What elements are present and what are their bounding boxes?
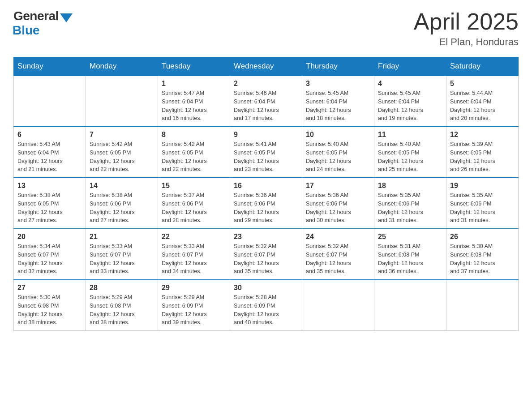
calendar-day-cell: 29Sunrise: 5:29 AM Sunset: 6:09 PM Dayli… — [158, 280, 230, 331]
calendar-header-row: SundayMondayTuesdayWednesdayThursdayFrid… — [14, 57, 519, 76]
day-number: 13 — [17, 182, 82, 190]
day-info: Sunrise: 5:40 AM Sunset: 6:05 PM Dayligh… — [306, 140, 370, 174]
day-number: 18 — [378, 182, 442, 190]
calendar-day-cell: 23Sunrise: 5:32 AM Sunset: 6:07 PM Dayli… — [230, 229, 302, 280]
day-number: 22 — [162, 233, 226, 241]
day-number: 2 — [234, 80, 298, 88]
day-number: 7 — [90, 131, 154, 139]
calendar-day-cell: 14Sunrise: 5:38 AM Sunset: 6:06 PM Dayli… — [86, 178, 158, 229]
calendar-day-cell: 6Sunrise: 5:43 AM Sunset: 6:04 PM Daylig… — [14, 127, 86, 178]
calendar-day-cell — [302, 280, 374, 331]
day-info: Sunrise: 5:29 AM Sunset: 6:09 PM Dayligh… — [162, 293, 226, 327]
calendar-day-cell: 21Sunrise: 5:33 AM Sunset: 6:07 PM Dayli… — [86, 229, 158, 280]
day-info: Sunrise: 5:34 AM Sunset: 6:07 PM Dayligh… — [17, 242, 82, 276]
calendar-day-cell: 12Sunrise: 5:39 AM Sunset: 6:05 PM Dayli… — [446, 127, 519, 178]
day-number: 1 — [162, 80, 226, 88]
calendar-day-cell: 22Sunrise: 5:33 AM Sunset: 6:07 PM Dayli… — [158, 229, 230, 280]
calendar-day-cell: 9Sunrise: 5:41 AM Sunset: 6:05 PM Daylig… — [230, 127, 302, 178]
calendar-day-cell: 24Sunrise: 5:32 AM Sunset: 6:07 PM Dayli… — [302, 229, 374, 280]
day-number: 14 — [90, 182, 154, 190]
calendar-day-cell: 11Sunrise: 5:40 AM Sunset: 6:05 PM Dayli… — [374, 127, 446, 178]
day-number: 27 — [17, 284, 82, 292]
calendar-day-cell: 20Sunrise: 5:34 AM Sunset: 6:07 PM Dayli… — [14, 229, 86, 280]
day-info: Sunrise: 5:30 AM Sunset: 6:08 PM Dayligh… — [17, 293, 82, 327]
day-info: Sunrise: 5:31 AM Sunset: 6:08 PM Dayligh… — [378, 242, 442, 276]
day-info: Sunrise: 5:38 AM Sunset: 6:06 PM Dayligh… — [90, 191, 154, 225]
day-info: Sunrise: 5:32 AM Sunset: 6:07 PM Dayligh… — [306, 242, 370, 276]
calendar-day-cell: 8Sunrise: 5:42 AM Sunset: 6:05 PM Daylig… — [158, 127, 230, 178]
calendar-day-cell: 18Sunrise: 5:35 AM Sunset: 6:06 PM Dayli… — [374, 178, 446, 229]
day-info: Sunrise: 5:47 AM Sunset: 6:04 PM Dayligh… — [162, 89, 226, 123]
calendar-day-cell: 15Sunrise: 5:37 AM Sunset: 6:06 PM Dayli… — [158, 178, 230, 229]
calendar-week-row: 13Sunrise: 5:38 AM Sunset: 6:05 PM Dayli… — [14, 178, 519, 229]
day-number: 29 — [162, 284, 226, 292]
calendar-day-cell: 13Sunrise: 5:38 AM Sunset: 6:05 PM Dayli… — [14, 178, 86, 229]
day-number: 9 — [234, 131, 298, 139]
day-number: 10 — [306, 131, 370, 139]
location-subtitle: El Plan, Honduras — [414, 36, 519, 48]
day-info: Sunrise: 5:45 AM Sunset: 6:04 PM Dayligh… — [306, 89, 370, 123]
day-info: Sunrise: 5:45 AM Sunset: 6:04 PM Dayligh… — [378, 89, 442, 123]
day-of-week-header: Thursday — [302, 57, 374, 76]
calendar-week-row: 1Sunrise: 5:47 AM Sunset: 6:04 PM Daylig… — [14, 76, 519, 127]
day-number: 30 — [234, 284, 298, 292]
day-number: 16 — [234, 182, 298, 190]
calendar-day-cell — [14, 76, 86, 127]
day-of-week-header: Friday — [374, 57, 446, 76]
day-info: Sunrise: 5:30 AM Sunset: 6:08 PM Dayligh… — [450, 242, 515, 276]
page-header: General Blue April 2025 El Plan, Hondura… — [13, 9, 519, 48]
day-of-week-header: Wednesday — [230, 57, 302, 76]
day-of-week-header: Saturday — [446, 57, 519, 76]
calendar-day-cell: 1Sunrise: 5:47 AM Sunset: 6:04 PM Daylig… — [158, 76, 230, 127]
calendar-day-cell — [86, 76, 158, 127]
calendar-table: SundayMondayTuesdayWednesdayThursdayFrid… — [13, 57, 519, 331]
day-info: Sunrise: 5:37 AM Sunset: 6:06 PM Dayligh… — [162, 191, 226, 225]
day-number: 5 — [450, 80, 515, 88]
day-number: 15 — [162, 182, 226, 190]
day-info: Sunrise: 5:35 AM Sunset: 6:06 PM Dayligh… — [450, 191, 515, 225]
calendar-day-cell — [446, 280, 519, 331]
day-of-week-header: Monday — [86, 57, 158, 76]
day-number: 20 — [17, 233, 82, 241]
calendar-day-cell: 3Sunrise: 5:45 AM Sunset: 6:04 PM Daylig… — [302, 76, 374, 127]
day-info: Sunrise: 5:28 AM Sunset: 6:09 PM Dayligh… — [234, 293, 298, 327]
day-number: 26 — [450, 233, 515, 241]
day-number: 4 — [378, 80, 442, 88]
day-number: 21 — [90, 233, 154, 241]
day-number: 12 — [450, 131, 515, 139]
day-number: 6 — [17, 131, 82, 139]
calendar-day-cell: 16Sunrise: 5:36 AM Sunset: 6:06 PM Dayli… — [230, 178, 302, 229]
calendar-day-cell: 28Sunrise: 5:29 AM Sunset: 6:08 PM Dayli… — [86, 280, 158, 331]
day-number: 17 — [306, 182, 370, 190]
calendar-day-cell: 2Sunrise: 5:46 AM Sunset: 6:04 PM Daylig… — [230, 76, 302, 127]
day-number: 25 — [378, 233, 442, 241]
day-info: Sunrise: 5:46 AM Sunset: 6:04 PM Dayligh… — [234, 89, 298, 123]
title-section: April 2025 El Plan, Honduras — [414, 9, 519, 48]
calendar-day-cell: 25Sunrise: 5:31 AM Sunset: 6:08 PM Dayli… — [374, 229, 446, 280]
day-info: Sunrise: 5:39 AM Sunset: 6:05 PM Dayligh… — [450, 140, 515, 174]
calendar-week-row: 20Sunrise: 5:34 AM Sunset: 6:07 PM Dayli… — [14, 229, 519, 280]
day-number: 3 — [306, 80, 370, 88]
day-info: Sunrise: 5:38 AM Sunset: 6:05 PM Dayligh… — [17, 191, 82, 225]
day-info: Sunrise: 5:32 AM Sunset: 6:07 PM Dayligh… — [234, 242, 298, 276]
calendar-week-row: 6Sunrise: 5:43 AM Sunset: 6:04 PM Daylig… — [14, 127, 519, 178]
day-number: 24 — [306, 233, 370, 241]
day-number: 28 — [90, 284, 154, 292]
calendar-day-cell: 10Sunrise: 5:40 AM Sunset: 6:05 PM Dayli… — [302, 127, 374, 178]
day-info: Sunrise: 5:40 AM Sunset: 6:05 PM Dayligh… — [378, 140, 442, 174]
day-info: Sunrise: 5:35 AM Sunset: 6:06 PM Dayligh… — [378, 191, 442, 225]
day-info: Sunrise: 5:36 AM Sunset: 6:06 PM Dayligh… — [234, 191, 298, 225]
calendar-day-cell: 19Sunrise: 5:35 AM Sunset: 6:06 PM Dayli… — [446, 178, 519, 229]
day-number: 11 — [378, 131, 442, 139]
logo-general-text: General — [13, 9, 59, 23]
logo: General Blue — [13, 9, 73, 38]
day-info: Sunrise: 5:42 AM Sunset: 6:05 PM Dayligh… — [162, 140, 226, 174]
day-number: 8 — [162, 131, 226, 139]
day-info: Sunrise: 5:41 AM Sunset: 6:05 PM Dayligh… — [234, 140, 298, 174]
day-info: Sunrise: 5:33 AM Sunset: 6:07 PM Dayligh… — [162, 242, 226, 276]
calendar-day-cell: 5Sunrise: 5:44 AM Sunset: 6:04 PM Daylig… — [446, 76, 519, 127]
day-number: 19 — [450, 182, 515, 190]
day-info: Sunrise: 5:44 AM Sunset: 6:04 PM Dayligh… — [450, 89, 515, 123]
logo-blue-text: Blue — [13, 23, 40, 38]
logo-arrow-icon — [60, 13, 73, 22]
